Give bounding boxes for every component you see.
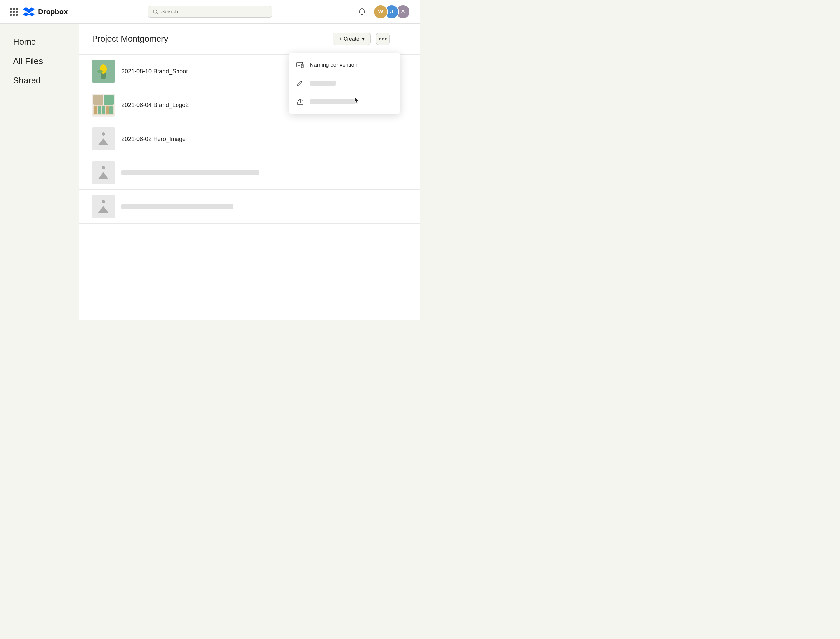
notification-bell-icon[interactable] (357, 7, 367, 17)
dropdown-menu: Naming convention (289, 52, 400, 114)
header-left: Dropbox (10, 6, 68, 18)
create-button-label: + Create (339, 36, 359, 42)
apps-grid-icon[interactable] (10, 8, 18, 16)
sidebar-nav: Home All Files Shared (13, 37, 79, 86)
table-row[interactable]: 2021-08-02 Hero_Image (79, 122, 420, 156)
placeholder-dot (102, 200, 105, 203)
svg-marker-4 (29, 12, 35, 16)
content-header: Project Montgomery + Create ▾ ••• (79, 24, 420, 54)
file-name: 2021-08-02 Hero_Image (121, 136, 407, 143)
share-label-placeholder (310, 100, 356, 104)
chevron-down-icon: ▾ (362, 36, 365, 42)
dropdown-item-naming-convention[interactable]: Naming convention (289, 56, 400, 74)
brand-logo-grid (92, 94, 115, 116)
placeholder-dot (102, 166, 105, 169)
header: Dropbox W J A (0, 0, 420, 24)
sidebar-item-all-files[interactable]: All Files (13, 56, 79, 66)
dropbox-logo[interactable]: Dropbox (23, 6, 68, 18)
file-thumbnail (92, 60, 115, 83)
naming-convention-label: Naming convention (310, 62, 358, 68)
search-container (147, 6, 273, 18)
table-row[interactable] (79, 156, 420, 190)
dropbox-logo-text: Dropbox (38, 8, 68, 16)
folder-title: Project Montgomery (92, 34, 328, 44)
table-row[interactable] (79, 190, 420, 224)
svg-point-13 (97, 70, 103, 73)
file-thumbnail (92, 161, 115, 184)
sidebar: Home All Files Shared (0, 24, 79, 320)
main-layout: Home All Files Shared Project Montgomery… (0, 24, 420, 320)
dropdown-item-share[interactable] (289, 92, 400, 111)
avatar-1[interactable]: W (373, 5, 388, 19)
brand-shoot-thumb-image (92, 60, 115, 83)
file-thumbnail (92, 195, 115, 218)
share-icon (295, 97, 304, 106)
rename-label-placeholder (310, 81, 336, 86)
svg-line-6 (157, 13, 158, 14)
placeholder-dot (102, 132, 105, 136)
search-input[interactable] (162, 9, 268, 15)
svg-marker-3 (23, 12, 29, 16)
file-name-placeholder (121, 170, 259, 175)
svg-point-5 (153, 10, 157, 13)
collaborators-avatars: W J A (373, 5, 410, 19)
create-button[interactable]: + Create ▾ (333, 33, 371, 45)
more-options-button[interactable]: ••• (376, 33, 390, 45)
edit-icon (295, 79, 304, 88)
search-icon (152, 9, 158, 15)
header-right: W J A (357, 5, 410, 19)
sidebar-item-shared[interactable]: Shared (13, 76, 79, 86)
file-thumbnail (92, 127, 115, 150)
more-dots-icon: ••• (378, 35, 387, 43)
placeholder-mountain (98, 172, 109, 179)
dropbox-logo-icon (23, 6, 35, 18)
file-thumbnail (92, 94, 115, 116)
placeholder-mountain (98, 138, 109, 145)
svg-rect-17 (301, 64, 303, 68)
naming-icon (295, 60, 304, 70)
placeholder-mountain (98, 206, 109, 213)
main-content: Project Montgomery + Create ▾ ••• (79, 24, 420, 320)
file-name-placeholder (121, 204, 233, 209)
search-box[interactable] (147, 6, 273, 18)
sidebar-item-home[interactable]: Home (13, 37, 79, 47)
layout-toggle-button[interactable] (395, 33, 407, 45)
dropdown-item-rename[interactable] (289, 74, 400, 92)
